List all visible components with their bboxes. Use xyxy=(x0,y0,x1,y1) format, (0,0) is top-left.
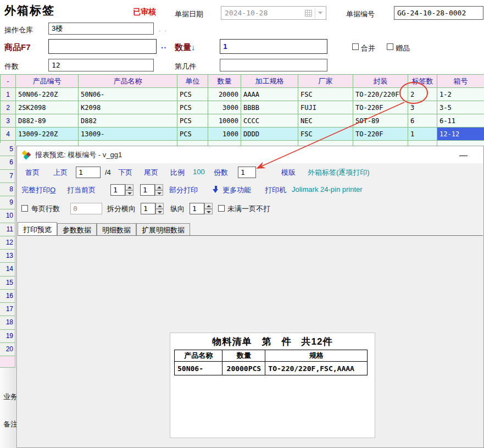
cell-package[interactable]: TO-220/220F xyxy=(353,88,408,101)
spin-up-icon[interactable] xyxy=(125,184,133,190)
tab-detail-data[interactable]: 明细数据 xyxy=(97,223,136,235)
rows-per-page-checkbox[interactable] xyxy=(21,205,28,212)
grid-row-number[interactable]: 11 xyxy=(0,223,15,236)
grid-row-number[interactable]: 7 xyxy=(0,170,15,183)
cell-name[interactable]: 13009- xyxy=(79,128,177,141)
full-print-button[interactable]: 完整打印O xyxy=(21,185,55,195)
cell-box-no[interactable]: 1-2 xyxy=(437,88,484,101)
cell-spec[interactable]: DDDD xyxy=(241,128,298,141)
cell-package[interactable]: SOT-89 xyxy=(353,114,408,128)
cell-spec[interactable]: AAAA xyxy=(241,88,298,101)
tab-print-preview[interactable]: 打印预览 xyxy=(18,222,57,235)
cell-label-count[interactable]: 3 xyxy=(408,101,437,114)
dropdown-arrow-icon[interactable] xyxy=(318,12,322,14)
row-number[interactable]: 3 xyxy=(1,114,16,128)
grid-row-number[interactable]: 8 xyxy=(0,183,15,196)
pieces-input[interactable] xyxy=(48,59,154,71)
grid-row-number[interactable]: 5 xyxy=(0,143,15,156)
spin-down-icon[interactable] xyxy=(155,209,164,215)
dialog-titlebar[interactable]: 报表预览: 模板编号 - v_gg1 — xyxy=(18,147,483,163)
split-vertical-input[interactable] xyxy=(190,203,204,214)
template-label[interactable]: 模版 xyxy=(281,168,296,178)
piece-no-input[interactable] xyxy=(220,59,327,71)
cell-spec[interactable]: CCCC xyxy=(241,114,298,128)
copies-input[interactable] xyxy=(238,167,256,178)
printer-value[interactable]: Jolimark 24-pin printer xyxy=(292,185,363,193)
partial-print-button[interactable]: 部分打印 xyxy=(169,185,198,195)
gift-checkbox[interactable] xyxy=(387,43,393,50)
grid-row-number[interactable]: 12 xyxy=(0,236,15,250)
split-horizontal-input[interactable] xyxy=(141,203,155,214)
cell-unit[interactable]: PCS xyxy=(177,114,208,128)
print-current-page-button[interactable]: 打当前页 xyxy=(67,185,96,195)
merge-checkbox[interactable] xyxy=(352,43,359,50)
cell-box-no[interactable]: 3-5 xyxy=(437,101,484,114)
cell-name[interactable]: 50N06- xyxy=(79,88,177,101)
cell-name[interactable]: K2098 xyxy=(79,101,177,114)
grid-row-number[interactable]: 19 xyxy=(0,330,15,343)
cell-box-no-selected[interactable]: 12-12 xyxy=(437,128,484,141)
doc-date-picker[interactable]: 2024-10-28 xyxy=(221,6,326,20)
cell-maker[interactable]: FSC xyxy=(298,128,353,141)
cell-unit[interactable]: PCS xyxy=(177,101,208,114)
cell-code[interactable]: D882-89 xyxy=(16,114,79,128)
cell-name[interactable]: D882 xyxy=(79,114,177,128)
col-label-count[interactable]: 标签数 xyxy=(408,75,437,88)
col-product-name[interactable]: 产品名称 xyxy=(79,75,177,88)
warehouse-browse-button[interactable]: . . xyxy=(159,25,168,33)
col-maker[interactable]: 厂家 xyxy=(298,75,353,88)
page-number-input[interactable] xyxy=(76,167,101,178)
spin-up-icon[interactable] xyxy=(204,203,213,209)
nav-prev-button[interactable]: 上页 xyxy=(53,168,68,178)
spin-down-icon[interactable] xyxy=(204,209,213,215)
product-browse-button[interactable]: .. xyxy=(161,41,166,50)
rows-per-page-input[interactable] xyxy=(70,203,102,214)
cell-maker[interactable]: FSC xyxy=(298,88,353,101)
nav-first-button[interactable]: 首页 xyxy=(25,168,40,178)
nav-last-button[interactable]: 尾页 xyxy=(144,168,158,178)
cell-maker[interactable]: FUJI xyxy=(298,101,353,114)
cell-qty[interactable]: 1000 xyxy=(208,128,241,141)
cell-label-count[interactable]: 2 xyxy=(408,88,437,101)
grid-row-number[interactable]: 18 xyxy=(0,316,15,329)
col-qty[interactable]: 数量 xyxy=(208,75,241,88)
grid-row-number[interactable]: 10 xyxy=(0,209,15,223)
cell-label-count[interactable]: 1 xyxy=(408,128,437,141)
cell-package[interactable]: TO-220F xyxy=(353,101,408,114)
grid-row-number[interactable]: 17 xyxy=(0,303,15,316)
cell-code[interactable]: 13009-220Z xyxy=(16,128,79,141)
col-spec[interactable]: 加工规格 xyxy=(241,75,298,88)
col-box-no[interactable]: 箱号 xyxy=(437,75,484,88)
copies-label[interactable]: 份数 xyxy=(214,168,228,178)
template-value[interactable]: 外箱标签(逐项打印) xyxy=(308,168,370,178)
cell-box-no[interactable]: 6-11 xyxy=(437,114,484,128)
cell-code[interactable]: 50N06-220Z xyxy=(16,88,79,101)
grid-row-number[interactable]: 15 xyxy=(0,276,15,290)
range-to-input[interactable] xyxy=(140,184,155,196)
more-functions-icon[interactable] xyxy=(213,186,219,193)
spin-up-icon[interactable] xyxy=(155,184,163,190)
product-input[interactable] xyxy=(48,39,157,54)
tab-extended-detail-data[interactable]: 扩展明细数据 xyxy=(136,223,190,235)
cell-qty[interactable]: 20000 xyxy=(208,88,241,101)
range-from-input[interactable] xyxy=(110,184,125,196)
spin-down-icon[interactable] xyxy=(125,190,133,196)
printer-label[interactable]: 打印机 xyxy=(265,185,286,195)
nav-next-button[interactable]: 下页 xyxy=(118,168,132,178)
grid-row-number[interactable]: 16 xyxy=(0,290,15,303)
col-package[interactable]: 封装 xyxy=(353,75,408,88)
row-number[interactable]: 1 xyxy=(1,88,16,101)
spin-up-icon[interactable] xyxy=(155,203,164,209)
cell-qty[interactable]: 10000 xyxy=(208,114,241,128)
skip-partial-page-checkbox[interactable] xyxy=(218,205,225,212)
doc-no-input[interactable] xyxy=(394,6,483,20)
calendar-icon[interactable] xyxy=(305,10,312,16)
cell-spec[interactable]: BBBB xyxy=(241,101,298,114)
warehouse-input[interactable] xyxy=(48,23,154,35)
cell-unit[interactable]: PCS xyxy=(177,128,208,141)
row-number[interactable]: 2 xyxy=(1,101,16,114)
tab-parameter-data[interactable]: 参数数据 xyxy=(57,223,97,235)
col-product-code[interactable]: 产品编号 xyxy=(16,75,79,88)
cell-code[interactable]: 2SK2098 xyxy=(16,101,79,114)
cell-unit[interactable]: PCS xyxy=(177,88,208,101)
